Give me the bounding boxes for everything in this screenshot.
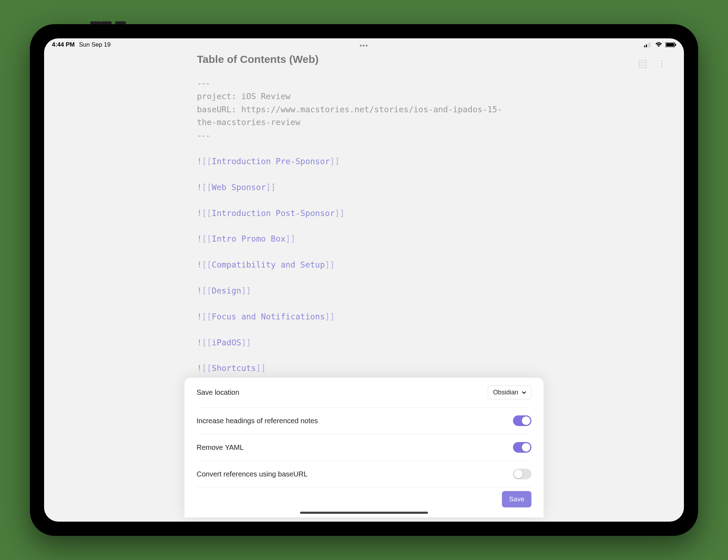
save-location-dropdown[interactable]: Obsidian — [488, 386, 531, 399]
yaml-baseurl: baseURL: https://www.macstories.net/stor… — [197, 103, 517, 129]
save-location-label: Save location — [197, 388, 239, 397]
svg-point-12 — [661, 66, 663, 68]
svg-rect-1 — [646, 44, 647, 47]
svg-point-11 — [661, 63, 663, 65]
convert-refs-row: Convert references using baseURL — [197, 461, 531, 488]
home-indicator[interactable] — [300, 512, 428, 514]
svg-rect-5 — [666, 43, 674, 47]
svg-rect-6 — [675, 44, 676, 46]
embed-link[interactable]: ![[Web Sponsor]] — [197, 181, 517, 194]
embed-link[interactable]: ![[Focus and Notifications]] — [197, 310, 517, 323]
status-bar: 4:44 PM Sun Sep 19 ••• — [44, 38, 684, 48]
options-sheet: Save location Obsidian Increase headings… — [184, 378, 544, 517]
status-time: 4:44 PM — [52, 41, 75, 48]
save-location-row: Save location Obsidian — [197, 378, 531, 408]
outline-icon[interactable] — [638, 59, 648, 69]
svg-point-10 — [661, 60, 663, 62]
embed-link[interactable]: ![[Compatibility and Setup]] — [197, 258, 517, 271]
svg-rect-0 — [644, 45, 645, 47]
signal-icon — [644, 42, 652, 47]
svg-rect-2 — [648, 43, 649, 47]
wifi-icon — [655, 42, 663, 48]
yaml-open: --- — [197, 77, 517, 90]
yaml-project: project: iOS Review — [197, 90, 517, 103]
convert-refs-toggle[interactable] — [513, 469, 531, 479]
ipad-device-frame: 4:44 PM Sun Sep 19 ••• Table of Contents… — [30, 24, 698, 536]
embed-link[interactable]: ![[iPadOS]] — [197, 336, 517, 349]
embed-link[interactable]: ![[Introduction Pre-Sponsor]] — [197, 155, 517, 168]
embed-link[interactable]: ![[Design]] — [197, 284, 517, 297]
screen: 4:44 PM Sun Sep 19 ••• Table of Contents… — [44, 38, 684, 522]
remove-yaml-label: Remove YAML — [197, 443, 244, 452]
embed-link[interactable]: ![[Shortcuts]] — [197, 362, 517, 375]
increase-headings-label: Increase headings of referenced notes — [197, 417, 318, 425]
more-icon[interactable] — [657, 59, 667, 69]
status-date: Sun Sep 19 — [79, 41, 111, 48]
yaml-close: --- — [197, 129, 517, 142]
document-body[interactable]: --- project: iOS Review baseURL: https:/… — [197, 77, 517, 401]
svg-rect-7 — [639, 60, 647, 68]
battery-icon — [665, 42, 676, 47]
document-title: Table of Contents (Web) — [197, 53, 655, 65]
increase-headings-row: Increase headings of referenced notes — [197, 408, 531, 434]
status-icons — [644, 42, 676, 48]
svg-rect-3 — [649, 42, 651, 47]
save-button[interactable]: Save — [502, 491, 531, 507]
embed-link[interactable]: ![[Introduction Post-Sponsor]] — [197, 207, 517, 220]
increase-headings-toggle[interactable] — [513, 415, 531, 426]
editor-area[interactable]: Table of Contents (Web) --- project: iOS… — [44, 48, 684, 517]
remove-yaml-row: Remove YAML — [197, 434, 531, 461]
remove-yaml-toggle[interactable] — [513, 442, 531, 453]
embed-link[interactable]: ![[Intro Promo Box]] — [197, 232, 517, 246]
convert-refs-label: Convert references using baseURL — [197, 470, 307, 478]
chevron-down-icon — [522, 391, 526, 394]
